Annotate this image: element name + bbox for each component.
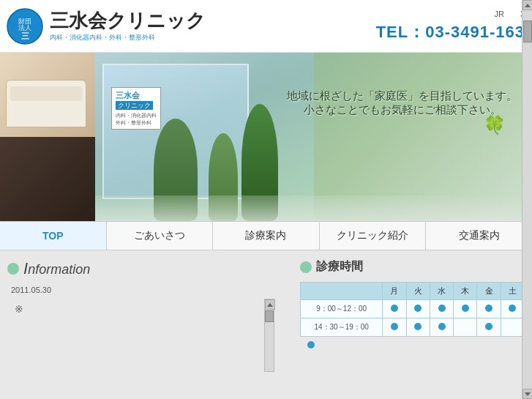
svg-marker-4: [267, 303, 273, 307]
schedule-icon: [300, 261, 312, 273]
info-title: Information: [23, 259, 90, 278]
nav-item-ごあいさつ[interactable]: ごあいさつ: [107, 222, 214, 250]
ground-area: [95, 195, 532, 221]
info-date: 2011.05.30: [11, 286, 285, 294]
dot-icon: [485, 305, 492, 312]
main-navigation: TOPごあいさつ診療案内クリニック紹介交通案内: [0, 221, 532, 250]
page-scrollbar[interactable]: [522, 0, 532, 399]
clinic-sign-name: 三水会: [116, 90, 157, 101]
clover-decoration: 🍀: [484, 115, 504, 135]
hero-banner: 三水会 クリニック 内科・消化器内科 外科・整形外科 🍀 地域に根ざした「家庭医…: [0, 53, 532, 221]
dot-icon: [438, 323, 446, 330]
dot-icon: [391, 305, 398, 312]
schedule-table: 月 火 水 木 金 土 9：00～12：00: [300, 282, 525, 337]
tel-text: TEL：03-3491-163: [376, 21, 525, 43]
schedule-mon-afternoon: [383, 318, 406, 337]
page-scroll-up-button[interactable]: [522, 0, 532, 10]
jr-text: JR 3: [376, 9, 525, 20]
info-scroll-up-button[interactable]: [265, 299, 275, 310]
schedule-col-wed: 水: [430, 283, 453, 300]
dot-icon: [391, 323, 398, 330]
clinic-sign: 三水会 クリニック 内科・消化器内科 外科・整形外科: [111, 87, 161, 130]
info-asterisk: ※: [15, 303, 23, 315]
schedule-col-fri: 金: [477, 283, 501, 300]
schedule-col-thu: 木: [454, 283, 477, 300]
logo-icon: 財団 法人 三: [6, 7, 44, 45]
sofa-image: [6, 80, 86, 127]
schedule-title: 診療時間: [316, 259, 363, 275]
main-content: Information 2011.05.30 ※: [0, 250, 532, 399]
schedule-panel: 診療時間 月 火 水 木 金 土: [293, 250, 532, 399]
hero-panel-waiting-room: [0, 53, 95, 137]
info-scroll-container: ※: [11, 299, 274, 379]
page-scroll-down-icon: [525, 392, 531, 396]
nav-item-診療案内[interactable]: 診療案内: [213, 222, 320, 250]
schedule-col-sat: 土: [501, 283, 524, 300]
schedule-fri-afternoon: [477, 318, 501, 337]
info-content: 2011.05.30 ※: [7, 286, 285, 379]
schedule-fri-morning: [477, 300, 501, 318]
schedule-time-morning: 9：00～12：00: [301, 300, 383, 318]
schedule-col-tue: 火: [406, 283, 430, 300]
dot-icon: [462, 305, 469, 312]
schedule-sat-morning: [501, 300, 524, 318]
contact-area: JR 3 TEL：03-3491-163: [376, 9, 525, 43]
schedule-header: 診療時間: [300, 259, 525, 275]
scroll-up-arrow-icon: [267, 303, 273, 307]
dot-icon: [438, 305, 446, 312]
schedule-thu-afternoon: [454, 318, 477, 337]
schedule-sat-afternoon: [501, 318, 524, 337]
hero-left-panels: [0, 53, 95, 221]
schedule-col-time: [301, 283, 383, 300]
hero-tagline-1: 地域に根ざした「家庭医」を目指しています。: [287, 89, 517, 103]
hero-text-overlay: 🍀 地域に根ざした「家庭医」を目指しています。 小さなことでもお気軽にご相談下さ…: [287, 89, 517, 117]
information-panel: Information 2011.05.30 ※: [0, 250, 293, 399]
logo-area: 財団 法人 三 三水会クリニック 内科・消化器内科・外科・整形外科: [6, 7, 206, 45]
dot-icon: [485, 323, 492, 330]
clinic-sign-type: クリニック: [116, 101, 153, 110]
info-scrollbar[interactable]: [264, 299, 274, 372]
page-scroll-down-button[interactable]: [522, 389, 532, 399]
svg-marker-5: [525, 4, 531, 7]
schedule-time-afternoon: 14：30～19：00: [301, 318, 383, 337]
info-icon: [7, 263, 19, 275]
legend-dot: [307, 341, 315, 348]
dot-icon: [414, 305, 422, 312]
svg-text:法人: 法人: [18, 24, 31, 31]
nav-item-交通案内[interactable]: 交通案内: [426, 222, 532, 250]
logo-text-area: 三水会クリニック 内科・消化器内科・外科・整形外科: [50, 10, 206, 42]
info-scroll-inner: ※: [11, 299, 274, 319]
info-header: Information: [7, 259, 285, 278]
nav-item-クリニック紹介[interactable]: クリニック紹介: [320, 222, 427, 250]
hero-tagline-2: 小さなことでもお気軽にご相談下さい。: [287, 103, 517, 117]
clinic-sign-sub2: 外科・整形外科: [116, 119, 157, 127]
schedule-thu-morning: [454, 300, 477, 318]
hero-panel-reception: [0, 137, 95, 221]
page-scroll-up-icon: [525, 4, 531, 7]
nav-item-TOP[interactable]: TOP: [0, 222, 107, 250]
schedule-row-afternoon: 14：30～19：00: [301, 318, 525, 337]
schedule-wed-morning: [430, 300, 453, 318]
schedule-col-mon: 月: [383, 283, 406, 300]
svg-marker-6: [525, 392, 531, 396]
schedule-mon-morning: [383, 300, 406, 318]
info-scrollbar-thumb[interactable]: [265, 310, 274, 322]
clinic-sign-sub1: 内科・消化器内科: [116, 112, 157, 119]
schedule-table-wrapper: 月 火 水 木 金 土 9：00～12：00: [300, 282, 525, 337]
dot-icon: [414, 323, 422, 330]
schedule-wed-afternoon: [430, 318, 453, 337]
header: 財団 法人 三 三水会クリニック 内科・消化器内科・外科・整形外科 JR 3 T…: [0, 0, 532, 53]
schedule-tue-afternoon: [406, 318, 430, 337]
schedule-row-morning: 9：00～12：00: [301, 300, 525, 318]
logo-sub-text: 内科・消化器内科・外科・整形外科: [50, 33, 206, 42]
logo-main-text: 三水会クリニック: [50, 10, 206, 32]
hero-main-image: 三水会 クリニック 内科・消化器内科 外科・整形外科: [95, 53, 532, 221]
svg-text:三: 三: [21, 31, 29, 40]
schedule-tue-morning: [406, 300, 430, 318]
schedule-header-row: 月 火 水 木 金 土: [301, 283, 525, 300]
page-scrollbar-thumb[interactable]: [523, 20, 532, 42]
dot-icon: [509, 305, 516, 312]
